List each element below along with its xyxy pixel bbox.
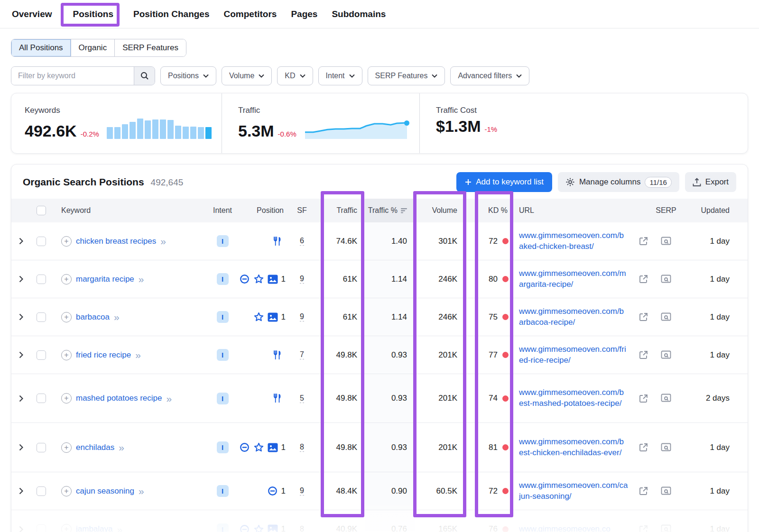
intent-badge[interactable]: I [217,235,229,247]
open-url-button[interactable] [633,524,654,532]
double-chevron-icon[interactable]: » [160,236,166,246]
double-chevron-icon[interactable]: » [117,524,123,532]
url-link[interactable]: www.gimmesomeoven.com/best-chicken-enchi… [519,437,628,459]
kd-filter-dropdown[interactable]: KD [277,66,313,85]
tab-serp-features[interactable]: SERP Features [115,39,186,56]
serp-preview-button[interactable] [654,443,678,452]
expand-row-button[interactable] [11,275,30,283]
intent-badge[interactable]: I [217,485,229,497]
sf-count-link[interactable]: 9 [300,312,304,321]
sf-count-link[interactable]: 9 [300,486,304,495]
url-link[interactable]: www.gimmesomeoven.com/cajun-seasoning/ [519,480,628,502]
col-url[interactable]: URL [514,199,633,222]
tab-competitors[interactable]: Competitors [223,9,277,19]
row-checkbox[interactable] [37,486,46,496]
double-chevron-icon[interactable]: » [139,486,144,496]
keyword-link[interactable]: barbacoa [76,312,110,322]
keyword-link[interactable]: fried rice recipe [76,350,131,360]
open-url-button[interactable] [633,486,654,496]
keyword-link[interactable]: enchiladas [76,443,114,452]
keyword-link[interactable]: jambalaya [76,524,113,532]
select-all-checkbox[interactable] [37,206,46,215]
expand-row-button[interactable] [11,395,30,402]
tab-subdomains[interactable]: Subdomains [332,9,386,19]
tab-positions[interactable]: Positions [73,9,114,19]
add-keyword-icon[interactable]: + [61,312,72,322]
tab-pages[interactable]: Pages [291,9,317,19]
add-keyword-icon[interactable]: + [61,524,72,532]
open-url-button[interactable] [633,394,654,404]
sf-count-link[interactable]: 5 [300,394,304,403]
add-to-keyword-list-button[interactable]: Add to keyword list [456,172,552,192]
open-url-button[interactable] [633,274,654,284]
keyword-link[interactable]: margarita recipe [76,275,134,284]
row-checkbox[interactable] [37,237,46,246]
col-intent[interactable]: Intent [208,199,237,222]
serp-preview-button[interactable] [654,524,678,532]
row-checkbox[interactable] [37,443,46,452]
intent-badge[interactable]: I [217,273,229,285]
sf-count-link[interactable]: 7 [300,350,304,359]
col-keyword[interactable]: Keyword [52,199,208,222]
add-keyword-icon[interactable]: + [61,393,72,404]
double-chevron-icon[interactable]: » [114,312,120,322]
col-sf[interactable]: SF [291,199,313,222]
keyword-filter-input[interactable] [11,67,134,85]
intent-badge[interactable]: I [217,393,229,404]
url-link[interactable]: www.gimmesomeoven.com/margarita-recipe/ [519,268,628,290]
url-link[interactable]: www.gimmesomeoven.com/best-mashed-potato… [519,387,628,409]
tab-organic[interactable]: Organic [71,39,115,56]
tab-overview[interactable]: Overview [12,9,52,19]
expand-row-button[interactable] [11,238,30,245]
sf-count-link[interactable]: 9 [300,275,304,284]
search-button[interactable] [134,67,155,85]
intent-badge[interactable]: I [217,523,229,532]
add-keyword-icon[interactable]: + [61,442,72,453]
col-kd[interactable]: KD % [467,199,514,222]
url-link[interactable]: www.gimmesomeoven.com/barbacoa-recipe/ [519,306,628,328]
serp-preview-button[interactable] [654,237,678,246]
open-url-button[interactable] [633,236,654,246]
export-button[interactable]: Export [685,172,736,192]
intent-badge[interactable]: I [217,349,229,361]
double-chevron-icon[interactable]: » [166,394,172,404]
sf-count-link[interactable]: 6 [300,237,304,246]
serp-preview-button[interactable] [654,486,678,496]
double-chevron-icon[interactable]: » [139,274,144,284]
intent-badge[interactable]: I [217,311,229,323]
add-keyword-icon[interactable]: + [61,486,72,496]
expand-row-button[interactable] [11,351,30,358]
row-checkbox[interactable] [37,394,46,403]
url-link[interactable]: www.gimmesomeoven.co [519,524,611,532]
col-traffic[interactable]: Traffic [313,199,365,222]
tab-all-positions[interactable]: All Positions [11,39,71,56]
expand-row-button[interactable] [11,487,30,495]
advanced-filters-dropdown[interactable]: Advanced filters [450,66,529,85]
col-volume[interactable]: Volume [415,199,467,222]
intent-badge[interactable]: I [217,441,229,453]
keyword-link[interactable]: chicken breast recipes [76,237,156,246]
serp-preview-button[interactable] [654,312,678,322]
serp-preview-button[interactable] [654,275,678,284]
row-checkbox[interactable] [37,275,46,284]
keyword-link[interactable]: cajun seasoning [76,486,134,496]
positions-filter-dropdown[interactable]: Positions [160,66,216,85]
sf-count-link[interactable]: 8 [300,525,304,532]
double-chevron-icon[interactable]: » [119,442,124,452]
tab-position-changes[interactable]: Position Changes [133,9,209,19]
manage-columns-button[interactable]: Manage columns 11/16 [558,172,679,192]
double-chevron-icon[interactable]: » [135,350,141,360]
serp-preview-button[interactable] [654,394,678,403]
col-position[interactable]: Position [237,199,291,222]
open-url-button[interactable] [633,312,654,322]
row-checkbox[interactable] [37,350,46,360]
open-url-button[interactable] [633,442,654,452]
add-keyword-icon[interactable]: + [61,350,72,360]
expand-row-button[interactable] [11,313,30,321]
col-updated[interactable]: Updated [678,199,748,222]
add-keyword-icon[interactable]: + [61,236,72,247]
volume-filter-dropdown[interactable]: Volume [222,66,272,85]
row-checkbox[interactable] [37,524,46,532]
url-link[interactable]: www.gimmesomeoven.com/fried-rice-recipe/ [519,344,628,366]
add-keyword-icon[interactable]: + [61,274,72,284]
